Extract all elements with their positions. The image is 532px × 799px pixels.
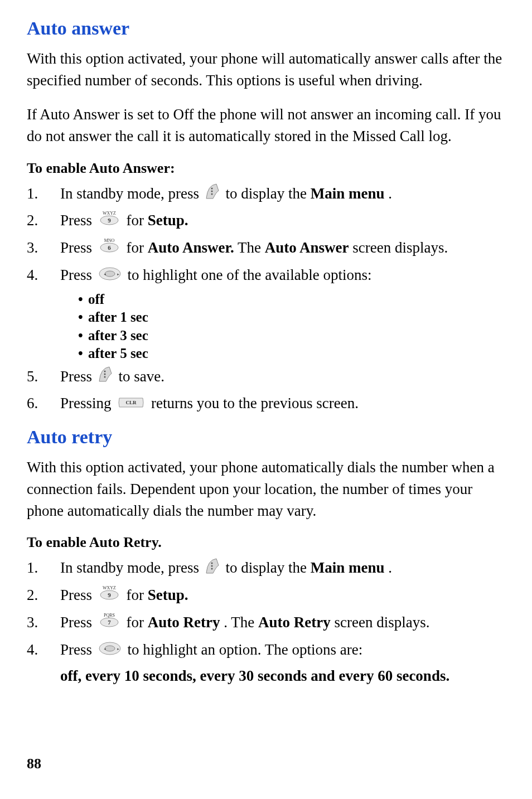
list-number: 2.	[27, 584, 60, 607]
step-bold-text: Auto Answer.	[148, 239, 234, 256]
list-number: 3.	[27, 611, 60, 635]
subheading: To enable Auto Answer:	[27, 160, 505, 177]
options-line: off, every 10 seconds, every 30 seconds …	[60, 665, 505, 687]
step-bold-text: Main menu	[311, 559, 385, 576]
subheading: To enable Auto Retry.	[27, 534, 505, 551]
svg-text:WXYZ: WXYZ	[103, 211, 116, 216]
bullet-item: • after 5 sec	[78, 345, 505, 363]
bullet-item: • off	[78, 290, 505, 309]
nav-key-icon: ◄►	[98, 640, 122, 663]
step-text: Press	[60, 368, 96, 385]
page-number: 88	[27, 756, 41, 772]
menu-key-icon	[205, 183, 220, 207]
list-item: 4. Press ◄► to highlight an option. The …	[27, 638, 505, 663]
svg-text:◄: ◄	[103, 273, 107, 276]
step-bold-text: Main menu	[311, 185, 385, 202]
bullet-item: • after 1 sec	[78, 308, 505, 327]
step-text: The	[238, 239, 265, 256]
bullet-item: • after 3 sec	[78, 327, 505, 345]
step-text: Press	[60, 614, 96, 631]
bullet-text: after 5 sec	[88, 345, 148, 363]
step-bold-text: Auto Retry	[148, 614, 220, 631]
step-text: In standby mode, press	[60, 559, 203, 576]
svg-point-19	[211, 568, 212, 569]
step-text: for	[127, 587, 148, 603]
svg-point-17	[211, 562, 212, 564]
svg-text:7: 7	[108, 619, 111, 626]
menu-key-icon	[205, 558, 220, 582]
bullet-text: after 1 sec	[88, 308, 148, 327]
step-text: returns you to the previous screen.	[151, 395, 359, 411]
list-number: 5.	[27, 365, 60, 389]
bullet-marker: •	[78, 327, 88, 345]
list-item: 1. In standby mode, press to display the…	[27, 182, 505, 207]
list-number: 1.	[27, 556, 60, 580]
bullet-marker: •	[78, 308, 88, 327]
step-text: to save.	[119, 368, 165, 385]
paragraph: With this option activated, your phone w…	[27, 48, 505, 91]
step-text: to display the	[225, 559, 310, 576]
step-text: to display the	[225, 185, 310, 202]
paragraph: If Auto Answer is set to Off the phone w…	[27, 104, 505, 147]
step-text: Press	[60, 587, 96, 603]
paragraph: With this option activated, your phone a…	[27, 457, 505, 522]
svg-text:MNO: MNO	[104, 238, 114, 243]
step-text: for	[127, 239, 148, 256]
svg-text:CLR: CLR	[126, 400, 137, 405]
step-text: In standby mode, press	[60, 185, 203, 202]
step-text: Press	[60, 267, 92, 283]
key-9-icon: WXYZ9	[98, 209, 120, 234]
list-item: 3. Press PQRS7 for Auto Retry . The Auto…	[27, 611, 505, 636]
step-text: Pressing	[60, 395, 115, 411]
step-text: to highlight an option. The options are:	[128, 641, 363, 658]
clr-key-icon: CLR	[117, 393, 145, 417]
svg-point-14	[104, 374, 105, 375]
step-text: . The	[224, 614, 258, 631]
step-text: Press	[60, 239, 96, 256]
menu-key-icon	[98, 366, 113, 390]
step-bold-text: Auto Retry	[258, 614, 331, 631]
section-heading-auto-answer: Auto answer	[27, 18, 505, 39]
svg-point-1	[211, 190, 212, 192]
step-text: screen displays.	[352, 239, 448, 256]
nav-key-icon: ◄►	[98, 265, 122, 288]
svg-text:◄: ◄	[103, 647, 107, 651]
step-bold-text: Setup.	[148, 587, 188, 603]
key-7-icon: PQRS7	[98, 611, 120, 636]
svg-point-15	[104, 376, 105, 378]
step-bold-text: Auto Answer	[265, 239, 349, 256]
svg-text:►: ►	[117, 273, 120, 276]
step-text: screen displays.	[334, 614, 429, 631]
list-number: 6.	[27, 392, 60, 415]
list-item: 2. Press WXYZ9 for Setup.	[27, 209, 505, 234]
step-text: for	[127, 614, 148, 631]
svg-point-2	[211, 193, 212, 195]
bullet-list: • off • after 1 sec • after 3 sec • afte…	[78, 290, 505, 363]
list-item: 2. Press WXYZ9 for Setup.	[27, 584, 505, 609]
bullet-text: off	[88, 290, 104, 309]
list-item: 1. In standby mode, press to display the…	[27, 556, 505, 581]
list-number: 4.	[27, 264, 60, 287]
svg-point-0	[211, 187, 212, 189]
list-number: 1.	[27, 182, 60, 206]
svg-text:6: 6	[108, 244, 111, 251]
step-bold-text: Setup.	[148, 212, 188, 229]
step-text: to highlight one of the available option…	[128, 267, 372, 283]
step-text: Press	[60, 212, 96, 229]
svg-text:9: 9	[108, 217, 111, 224]
svg-text:►: ►	[117, 647, 120, 651]
svg-point-18	[211, 565, 212, 566]
bullet-marker: •	[78, 345, 88, 363]
key-9-icon: WXYZ9	[98, 584, 120, 609]
step-text: for	[127, 212, 148, 229]
list-item: 6. Pressing CLR returns you to the previ…	[27, 392, 505, 417]
list-number: 2.	[27, 209, 60, 233]
svg-text:WXYZ: WXYZ	[103, 585, 116, 590]
bullet-text: after 3 sec	[88, 327, 148, 345]
list-number: 3.	[27, 236, 60, 260]
list-item: 4. Press ◄► to highlight one of the avai…	[27, 264, 505, 288]
svg-text:9: 9	[108, 592, 111, 598]
svg-text:PQRS: PQRS	[104, 613, 115, 618]
step-text: .	[388, 559, 392, 576]
step-text: .	[388, 185, 392, 202]
